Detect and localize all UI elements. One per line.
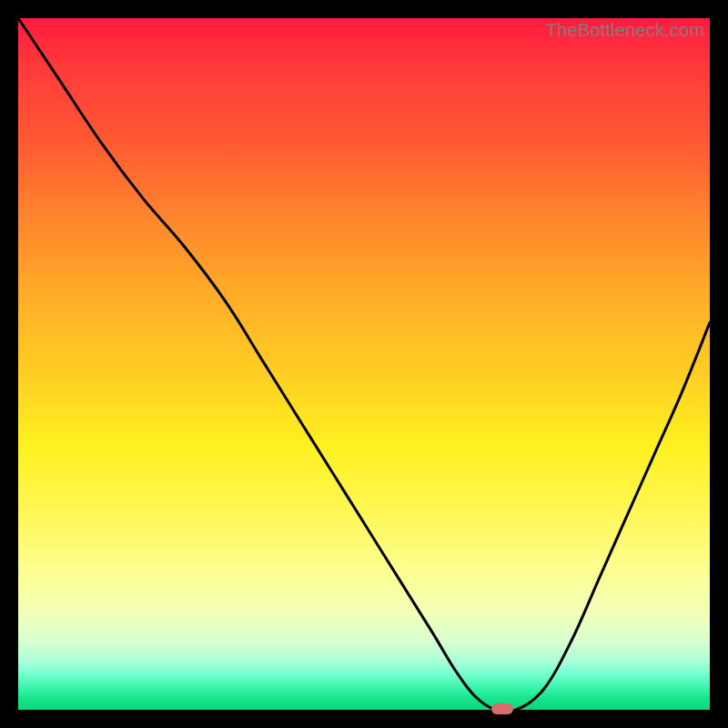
- curve-path: [18, 18, 710, 713]
- chart-frame: TheBottleneck.com: [0, 0, 728, 728]
- bottleneck-curve: [18, 18, 710, 710]
- optimal-marker: [491, 703, 513, 714]
- plot-area: TheBottleneck.com: [18, 18, 710, 710]
